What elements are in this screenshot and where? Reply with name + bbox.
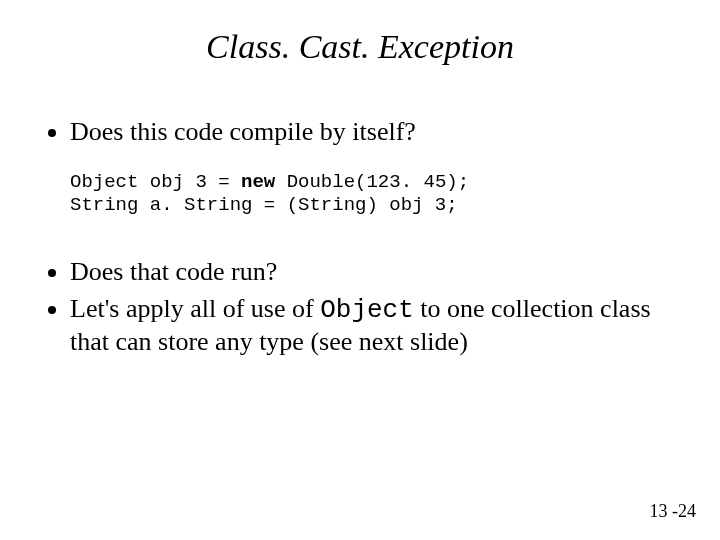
bullet-apply-pre: Let's apply all of use of: [70, 294, 320, 323]
code-line-1b: Double(123. 45);: [275, 171, 469, 193]
slide: Class. Cast. Exception Does this code co…: [0, 0, 720, 540]
page-number: 13 -24: [650, 501, 697, 522]
code-keyword-new: new: [241, 171, 275, 193]
slide-title: Class. Cast. Exception: [40, 28, 680, 66]
bullet-apply: Let's apply all of use of Object to one …: [70, 293, 680, 359]
code-block: Object obj 3 = new Double(123. 45); Stri…: [70, 171, 680, 219]
bullet-list-2: Does that code run? Let's apply all of u…: [40, 256, 680, 359]
bullet-list-1: Does this code compile by itself?: [40, 116, 680, 149]
code-line-2: String a. String = (String) obj 3;: [70, 194, 458, 216]
code-line-1a: Object obj 3 =: [70, 171, 241, 193]
bullet-compile: Does this code compile by itself?: [70, 116, 680, 149]
inline-object: Object: [320, 295, 414, 325]
bullet-run: Does that code run?: [70, 256, 680, 289]
